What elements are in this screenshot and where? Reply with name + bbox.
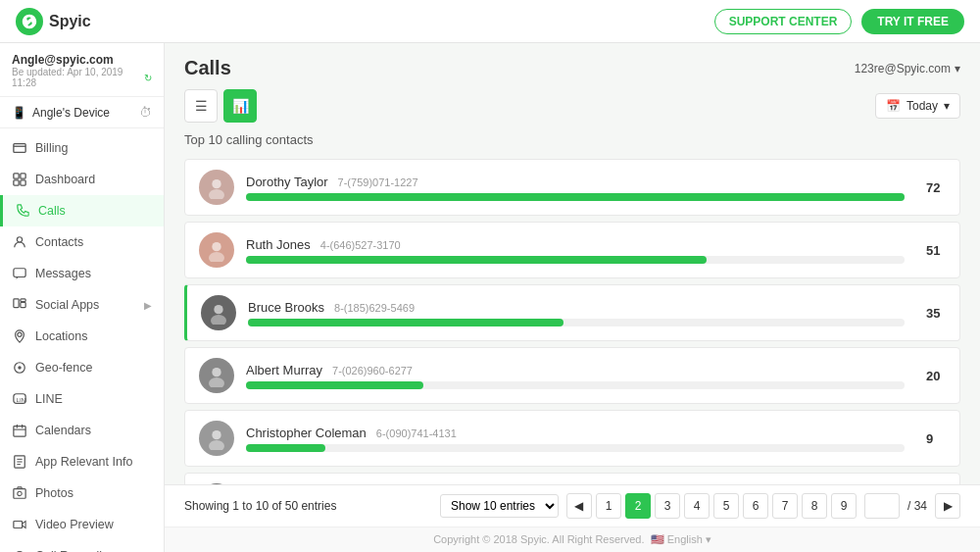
toolbar-right: 📅 Today ▾ <box>875 93 960 119</box>
call-bar <box>246 256 707 264</box>
call-bar <box>246 193 905 201</box>
page-button[interactable]: 1 <box>596 493 621 519</box>
device-name: Angle's Device <box>32 106 110 120</box>
sidebar-item-video-preview[interactable]: Video Preview <box>0 509 164 540</box>
svg-point-41 <box>212 179 220 188</box>
page-button[interactable]: 7 <box>772 493 798 519</box>
svg-point-48 <box>209 377 224 387</box>
dashboard-icon <box>12 172 27 187</box>
chart-view-button[interactable]: 📊 <box>223 89 257 123</box>
next-page-icon[interactable]: ▶ <box>935 493 960 519</box>
section-title: Top 10 calling contacts <box>184 132 960 147</box>
sidebar-item-app-relevant-info[interactable]: App Relevant Info <box>0 446 164 477</box>
user-updated: Be updated: Apr 10, 2019 11:28 ↻ <box>12 67 152 88</box>
page-button[interactable]: 8 <box>802 493 827 519</box>
list-view-button[interactable]: ☰ <box>184 89 218 123</box>
sidebar-item-call-recordings[interactable]: Call Recordings <box>0 540 164 552</box>
line-icon: LINE <box>12 391 27 407</box>
sidebar-item-dashboard[interactable]: Dashboard <box>0 164 164 195</box>
sidebar-item-locations[interactable]: Locations <box>0 321 164 352</box>
nav-label: Geo-fence <box>35 361 92 375</box>
call-count: 35 <box>926 306 946 321</box>
contact-card: Bruce Brooks 8-(185)629-5469 35 <box>184 284 960 341</box>
sidebar-item-geo-fence[interactable]: Geo-fence <box>0 352 164 383</box>
call-bar-container <box>246 381 905 389</box>
call-bar <box>246 444 325 452</box>
sidebar-item-social-apps[interactable]: Social Apps ▶ <box>0 289 164 321</box>
calendar-icon <box>12 423 27 438</box>
sidebar-item-billing[interactable]: Billing <box>0 132 164 164</box>
call-count: 9 <box>926 431 946 446</box>
svg-rect-7 <box>14 269 25 277</box>
svg-point-45 <box>214 305 222 314</box>
logo: Spyic <box>16 8 91 35</box>
expand-icon: ▶ <box>144 300 152 311</box>
avatar <box>199 421 234 456</box>
date-chevron-icon: ▾ <box>944 99 950 113</box>
sidebar-item-line[interactable]: LINE LINE <box>0 383 164 415</box>
contact-phone: 8-(185)629-5469 <box>334 302 415 314</box>
svg-rect-26 <box>14 522 23 528</box>
contact-phone: 7-(026)960-6277 <box>332 365 413 376</box>
footer-bar: Showing 1 to 10 of 50 entries Show 10 en… <box>165 484 980 527</box>
svg-point-42 <box>209 189 224 199</box>
page-button[interactable]: 4 <box>684 493 710 519</box>
device-selector[interactable]: 📱 Angle's Device ⏱ <box>0 97 164 128</box>
page-number-input[interactable] <box>864 493 900 519</box>
nav-label: Calendars <box>35 424 91 437</box>
page-button[interactable]: 5 <box>713 493 739 519</box>
contact-phone: 4-(646)527-3170 <box>320 239 401 251</box>
contact-phone: 6-(090)741-4131 <box>376 427 457 439</box>
nav-label: Contacts <box>35 235 83 249</box>
photo-icon <box>12 485 27 501</box>
sidebar-user-info: Angle@spyic.com Be updated: Apr 10, 2019… <box>0 43 164 97</box>
prev-page-button[interactable]: ◀ <box>566 493 592 519</box>
sidebar-item-messages[interactable]: Messages <box>0 258 164 289</box>
svg-point-47 <box>212 368 220 376</box>
show-entries-select[interactable]: Show 10 entries Show 25 entries Show 50 … <box>440 494 559 518</box>
nav-label: Social Apps <box>35 298 99 312</box>
contact-name: Albert Murray <box>246 363 322 377</box>
location-icon <box>12 328 27 344</box>
call-bar-container <box>246 444 905 452</box>
contact-card: Albert Murray 7-(026)960-6277 20 <box>184 347 960 404</box>
page-button[interactable]: 6 <box>743 493 768 519</box>
account-selector[interactable]: 123re@Spyic.com ▾ <box>855 62 960 75</box>
date-filter[interactable]: 📅 Today ▾ <box>875 93 960 119</box>
logo-icon <box>16 8 43 35</box>
svg-point-49 <box>212 430 220 439</box>
svg-rect-9 <box>21 302 25 307</box>
page-button[interactable]: 2 <box>625 493 651 519</box>
avatar <box>199 358 234 393</box>
nav-label: Video Preview <box>35 518 114 531</box>
pagination-controls: Show 10 entries Show 25 entries Show 50 … <box>440 493 960 519</box>
page-button[interactable]: 3 <box>655 493 680 519</box>
user-email: Angle@spyic.com <box>12 53 152 67</box>
call-bar-container <box>248 319 905 326</box>
sidebar-item-photos[interactable]: Photos <box>0 477 164 509</box>
device-icon: 📱 <box>12 106 26 120</box>
call-bar <box>246 381 423 389</box>
sidebar-item-calendars[interactable]: Calendars <box>0 415 164 446</box>
topnav-actions: SUPPORT CENTER TRY IT FREE <box>714 9 964 34</box>
page-button[interactable]: 9 <box>831 493 857 519</box>
sidebar-item-contacts[interactable]: Contacts <box>0 226 164 258</box>
try-it-free-button[interactable]: TRY IT FREE <box>861 9 964 34</box>
call-bar-container <box>246 256 905 264</box>
sidebar-nav: Billing Dashboard Calls Contacts Message… <box>0 128 164 552</box>
support-center-button[interactable]: SUPPORT CENTER <box>714 9 853 34</box>
nav-label: App Relevant Info <box>35 455 132 469</box>
refresh-icon[interactable]: ↻ <box>144 73 152 83</box>
svg-rect-16 <box>14 427 25 437</box>
nav-label: LINE <box>35 392 63 406</box>
toolbar: ☰ 📊 📅 Today ▾ <box>165 89 980 132</box>
svg-point-46 <box>211 315 226 325</box>
nav-label: Locations <box>35 329 88 343</box>
language-label: English <box>667 533 703 545</box>
contact-info: Bruce Brooks 8-(185)629-5469 <box>248 300 905 326</box>
contact-info: Albert Murray 7-(026)960-6277 <box>246 363 905 389</box>
sidebar-item-calls[interactable]: Calls <box>0 195 164 226</box>
page-title: Calls <box>184 57 231 79</box>
main-header: Calls 123re@Spyic.com ▾ <box>165 43 980 89</box>
pagination: ◀123456789 <box>566 493 857 519</box>
